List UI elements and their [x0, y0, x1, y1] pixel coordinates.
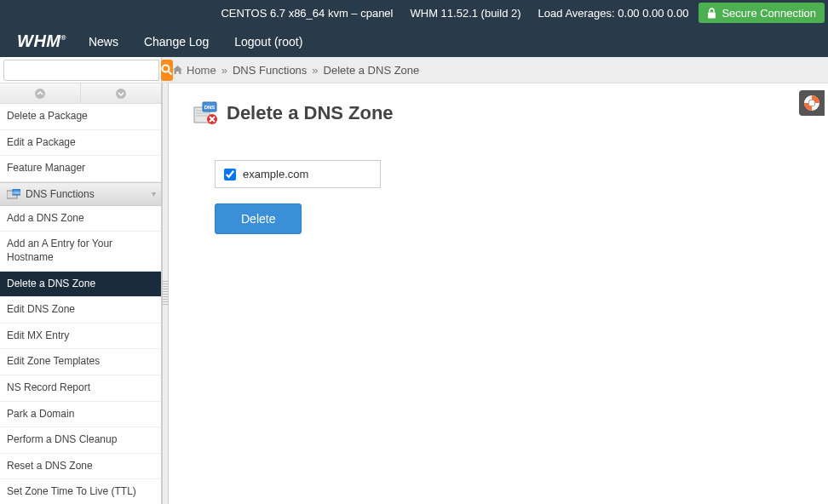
- topbar-info: CENTOS 6.7 x86_64 kvm – cpanel WHM 11.52…: [221, 7, 688, 20]
- delete-button[interactable]: Delete: [215, 203, 302, 234]
- whm-version: WHM 11.52.1 (build 2): [411, 7, 521, 20]
- svg-text:DNS: DNS: [13, 190, 20, 194]
- breadcrumb-home[interactable]: Home: [172, 64, 216, 77]
- secure-connection-badge: Secure Connection: [699, 3, 825, 23]
- topbar: CENTOS 6.7 x86_64 kvm – cpanel WHM 11.52…: [0, 0, 828, 26]
- nav-link-news[interactable]: News: [89, 35, 118, 49]
- content: DNS Delete a DNS Zone example.com Delete: [169, 83, 828, 504]
- sidebar-item[interactable]: Feature Manager: [0, 156, 161, 182]
- dns-icon: DNS: [7, 189, 20, 199]
- sidebar-item[interactable]: Perform a DNS Cleanup: [0, 427, 161, 454]
- nav-link-changelog[interactable]: Change Log: [144, 35, 209, 49]
- zone-row: example.com: [215, 160, 381, 188]
- chevron-up-icon: [34, 88, 46, 100]
- sidebar-nav-arrows: [0, 83, 161, 104]
- os-info: CENTOS 6.7 x86_64 kvm – cpanel: [221, 7, 393, 20]
- sidebar-scroll-up[interactable]: [0, 83, 81, 103]
- zone-name: example.com: [243, 168, 308, 180]
- svg-text:DNS: DNS: [204, 105, 216, 110]
- nav-links: News Change Log Logout (root): [89, 35, 302, 49]
- svg-point-10: [809, 100, 815, 106]
- lock-icon: [707, 8, 716, 19]
- zone-checkbox[interactable]: [224, 169, 236, 180]
- sidebar-item[interactable]: Edit DNS Zone: [0, 297, 161, 324]
- sidebar-scroll-down[interactable]: [81, 83, 161, 103]
- breadcrumb-sep: »: [221, 64, 227, 77]
- main: Delete a PackageEdit a PackageFeature Ma…: [0, 83, 828, 504]
- sidebar-item[interactable]: Reset a DNS Zone: [0, 454, 161, 480]
- load-averages: Load Averages: 0.00 0.00 0.00: [538, 7, 689, 20]
- chevron-down-icon: ▾: [152, 189, 156, 198]
- sidebar-item[interactable]: Edit MX Entry: [0, 324, 161, 350]
- sidebar-item[interactable]: Park a Domain: [0, 402, 161, 428]
- dns-zone-delete-icon: DNS: [193, 100, 218, 126]
- breadcrumb: Home » DNS Functions » Delete a DNS Zone: [162, 57, 429, 83]
- nav-link-logout[interactable]: Logout (root): [234, 35, 302, 49]
- secure-label: Secure Connection: [722, 7, 816, 20]
- chevron-down-icon: [115, 88, 127, 100]
- svg-point-4: [116, 89, 126, 99]
- sidebar-section-label: DNS Functions: [26, 188, 95, 200]
- sidebar-section-dns[interactable]: DNS DNS Functions ▾: [0, 182, 161, 206]
- home-icon: [172, 65, 183, 75]
- sidebar-resize-handle[interactable]: [162, 83, 169, 504]
- sidebar-item[interactable]: Edit a Package: [0, 130, 161, 157]
- sidebar-pre-items: Delete a PackageEdit a PackageFeature Ma…: [0, 104, 161, 182]
- sidebar-item[interactable]: Add an A Entry for Your Hostname: [0, 232, 161, 271]
- sidebar-item[interactable]: Edit Zone Templates: [0, 349, 161, 375]
- search-input[interactable]: [3, 60, 159, 81]
- sidebar-item[interactable]: NS Record Report: [0, 375, 161, 402]
- help-button[interactable]: [799, 90, 825, 116]
- page-header: DNS Delete a DNS Zone: [193, 100, 804, 126]
- svg-rect-0: [708, 12, 716, 18]
- lifebuoy-icon: [803, 94, 820, 112]
- sidebar-item[interactable]: Add a DNS Zone: [0, 206, 161, 232]
- sidebar-item[interactable]: Set Zone Time To Live (TTL): [0, 479, 161, 504]
- toolbar-row: Home » DNS Functions » Delete a DNS Zone: [0, 57, 828, 83]
- sidebar-item[interactable]: Delete a Package: [0, 104, 161, 130]
- breadcrumb-current: Delete a DNS Zone: [324, 64, 420, 77]
- whm-logo[interactable]: WHM®: [17, 32, 66, 51]
- sidebar-items: Add a DNS ZoneAdd an A Entry for Your Ho…: [0, 206, 161, 504]
- page-title: Delete a DNS Zone: [227, 102, 394, 124]
- breadcrumb-section[interactable]: DNS Functions: [233, 64, 307, 77]
- breadcrumb-sep: »: [312, 64, 318, 77]
- navbar: WHM® News Change Log Logout (root): [0, 26, 828, 57]
- search-area: [0, 57, 162, 83]
- sidebar[interactable]: Delete a PackageEdit a PackageFeature Ma…: [0, 83, 162, 504]
- svg-point-3: [35, 89, 45, 99]
- sidebar-item[interactable]: Delete a DNS Zone: [0, 272, 161, 298]
- grip-icon: [163, 281, 168, 306]
